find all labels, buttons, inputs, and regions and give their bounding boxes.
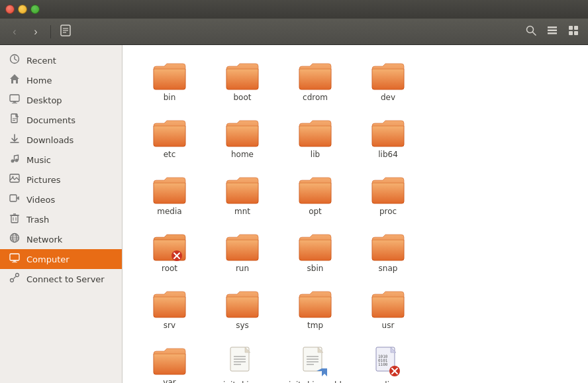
file-item[interactable]: initrd.img.old [279, 341, 352, 383]
file-label: vmlinuz [373, 380, 404, 383]
file-label: run [236, 264, 249, 273]
svg-rect-9 [569, 26, 573, 30]
folder-icon [225, 175, 260, 204]
documents-icon [8, 113, 21, 127]
back-button[interactable]: ‹ [5, 23, 24, 41]
folder-icon [152, 175, 187, 204]
sidebar-item-home[interactable]: Home [0, 70, 122, 90]
sidebar-label-documents: Documents [26, 115, 75, 125]
svg-rect-40 [10, 254, 19, 260]
sidebar-item-pictures[interactable]: Pictures [0, 170, 122, 190]
file-item[interactable]: sys [206, 284, 279, 335]
svg-point-25 [15, 159, 19, 162]
desktop-icon [8, 93, 21, 107]
folder-icon [152, 289, 187, 318]
file-label: home [231, 150, 254, 159]
sidebar-label-videos: Videos [26, 195, 55, 205]
file-item[interactable]: usr [352, 284, 424, 335]
file-label: boot [233, 93, 251, 102]
sidebar-label-connect: Connect to Server [26, 274, 105, 284]
search-button[interactable] [522, 23, 540, 41]
sidebar-item-documents[interactable]: Documents [0, 110, 122, 130]
file-label: sys [236, 321, 249, 330]
file-label: cdrom [303, 93, 328, 102]
svg-rect-10 [574, 26, 578, 30]
sidebar-item-computer[interactable]: Computer [0, 249, 122, 269]
svg-rect-41 [13, 260, 16, 262]
window-controls[interactable] [5, 5, 40, 14]
search-icon [525, 25, 537, 38]
file-item[interactable]: root [133, 227, 206, 278]
file-label: etc [164, 150, 176, 159]
folder-icon [298, 61, 332, 90]
sidebar-item-videos[interactable]: Videos [0, 190, 122, 209]
svg-rect-26 [10, 174, 19, 182]
forward-button[interactable]: › [26, 23, 45, 41]
file-item[interactable]: run [206, 227, 279, 278]
sidebar-item-desktop[interactable]: Desktop [0, 90, 122, 110]
sidebar-label-computer: Computer [26, 254, 70, 264]
sidebar-label-recent: Recent [26, 56, 56, 66]
file-label: mnt [234, 207, 250, 216]
file-label: initrd.img.old [289, 380, 342, 383]
file-label: usr [382, 321, 395, 330]
network-icon [8, 233, 21, 246]
music-icon [8, 153, 21, 166]
file-item[interactable]: var [133, 341, 206, 383]
toolbar-separator [50, 25, 51, 38]
sidebar-label-desktop: Desktop [26, 95, 62, 105]
view-list-button[interactable] [543, 23, 562, 41]
sidebar-item-connect[interactable]: Connect to Server [0, 269, 122, 289]
svg-point-44 [11, 279, 14, 282]
file-item[interactable]: proc [352, 170, 424, 221]
connect-icon [8, 272, 21, 286]
file-label: dev [381, 93, 395, 102]
svg-rect-15 [10, 95, 19, 101]
file-item[interactable]: media [133, 170, 206, 221]
maximize-button[interactable] [30, 5, 40, 14]
view-grid-icon [567, 25, 579, 38]
file-label: snap [379, 264, 398, 273]
folder-icon [298, 289, 332, 318]
file-item[interactable]: lib64 [352, 113, 424, 164]
file-item[interactable]: dev [352, 56, 424, 107]
downloads-icon [8, 133, 21, 146]
file-item[interactable]: sbin [279, 227, 352, 278]
view-list-icon [546, 25, 558, 38]
view-grid-button[interactable] [564, 23, 583, 41]
folder-icon [371, 118, 405, 147]
sidebar-label-music: Music [26, 155, 51, 165]
file-item[interactable]: snap [352, 227, 424, 278]
sidebar-label-home: Home [26, 76, 52, 85]
binfile-icon: 1010 0101 1100 [375, 346, 401, 378]
close-button[interactable] [5, 5, 15, 14]
file-label: sbin [307, 264, 324, 273]
minimize-button[interactable] [18, 5, 27, 14]
file-item[interactable]: initrd.img [206, 341, 279, 383]
folder-icon [152, 118, 187, 147]
file-item[interactable]: home [206, 113, 279, 164]
file-item[interactable]: lib [279, 113, 352, 164]
file-item[interactable]: mnt [206, 170, 279, 221]
svg-rect-28 [10, 195, 17, 201]
file-item[interactable]: boot [206, 56, 279, 107]
file-item[interactable]: opt [279, 170, 352, 221]
file-item[interactable]: srv [133, 284, 206, 335]
bookmarks-button[interactable] [56, 23, 75, 41]
file-item[interactable]: etc [133, 113, 206, 164]
svg-rect-8 [548, 32, 557, 34]
file-item[interactable]: tmp [279, 284, 352, 335]
sidebar-item-trash[interactable]: Trash [0, 209, 122, 229]
toolbar: ‹ › [0, 19, 588, 45]
sidebar-item-network[interactable]: Network [0, 229, 122, 249]
svg-rect-30 [11, 215, 18, 223]
svg-text:1100: 1100 [378, 362, 388, 366]
sidebar-item-downloads[interactable]: Downloads [0, 130, 122, 150]
svg-rect-42 [12, 262, 17, 262]
sidebar-item-music[interactable]: Music [0, 150, 122, 170]
svg-point-24 [11, 160, 15, 163]
file-item[interactable]: 1010 0101 1100 vmlinuz [352, 341, 424, 383]
sidebar-item-recent[interactable]: Recent [0, 50, 122, 70]
file-item[interactable]: cdrom [279, 56, 352, 107]
file-item[interactable]: bin [133, 56, 206, 107]
